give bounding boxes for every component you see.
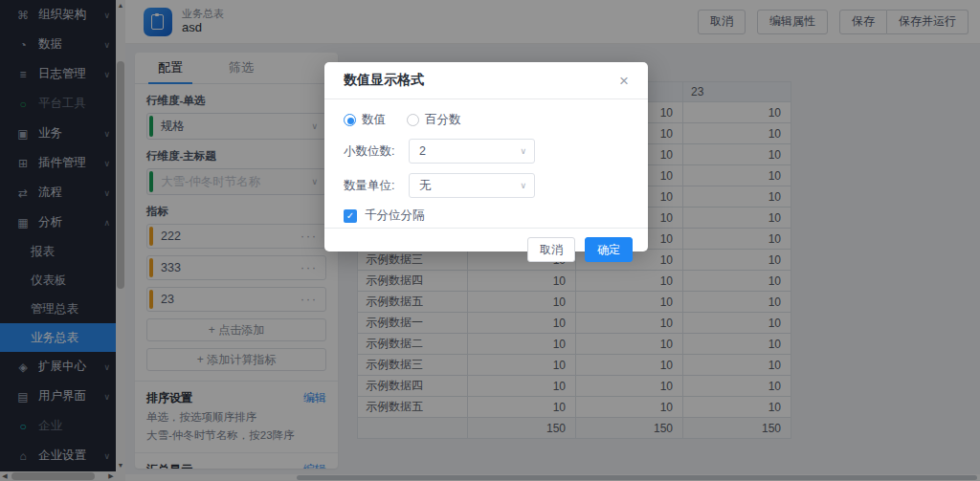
radio-label: 百分数	[425, 112, 461, 128]
decimal-places-row: 小数位数: 2 ∨	[344, 139, 629, 164]
modal-footer: 取消 确定	[324, 228, 648, 271]
radio-selected-icon	[344, 114, 356, 126]
modal-body: 数值 百分数 小数位数: 2 ∨ 数量单位: 无 ∨	[324, 99, 648, 228]
chevron-down-icon: ∨	[520, 146, 526, 156]
checkbox-label: 千分位分隔	[365, 208, 425, 224]
unit-label: 数量单位:	[344, 178, 409, 194]
select-value: 2	[419, 144, 426, 158]
unit-row: 数量单位: 无 ∨	[344, 173, 629, 198]
decimal-places-label: 小数位数:	[344, 143, 409, 160]
select-value: 无	[419, 178, 432, 194]
format-radio-group: 数值 百分数	[344, 112, 629, 128]
modal-title: 数值显示格式	[344, 72, 619, 89]
radio-percentage[interactable]: 百分数	[407, 112, 461, 128]
radio-unselected-icon	[407, 114, 419, 126]
chevron-down-icon: ∨	[520, 181, 526, 190]
close-icon[interactable]: ×	[619, 73, 629, 89]
unit-select[interactable]: 无 ∨	[409, 173, 535, 198]
app-root: ⌘组织架构∨◔数据∨≡日志管理∨○平台工具▣业务∨⊞插件管理∨⇄流程∨▦分析∧报…	[0, 0, 980, 481]
decimal-places-select[interactable]: 2 ∨	[409, 139, 535, 164]
checkbox-checked-icon[interactable]: ✓	[344, 209, 357, 223]
modal-cancel-button[interactable]: 取消	[527, 237, 575, 262]
number-format-modal: 数值显示格式 × 数值 百分数 小数位数: 2 ∨	[324, 62, 648, 251]
thousands-separator-row[interactable]: ✓ 千分位分隔	[344, 208, 629, 224]
radio-label: 数值	[362, 112, 386, 128]
radio-numeric[interactable]: 数值	[344, 112, 386, 128]
modal-header: 数值显示格式 ×	[324, 62, 648, 99]
modal-ok-button[interactable]: 确定	[585, 237, 633, 262]
